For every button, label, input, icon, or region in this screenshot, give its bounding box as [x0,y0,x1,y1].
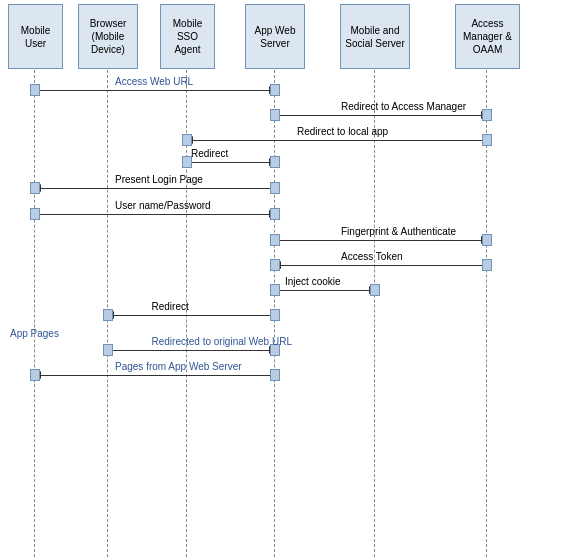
activation-msg6-0 [30,208,40,220]
activation-msg6-1 [270,208,280,220]
arrow-line-msg1 [40,90,270,91]
arrow-line-msg2 [280,115,482,116]
arrow-line-msg7 [280,240,482,241]
activation-msg2-0 [270,109,280,121]
arrow-label-msg8: Access Token [341,251,403,262]
arrow-label-msg13: Pages from App Web Server [115,361,242,372]
activation-msg4-1 [270,156,280,168]
arrow-label-msg10: Redirect [152,301,189,312]
arrow-label-msg9: Inject cookie [285,276,341,287]
activation-msg7-1 [482,234,492,246]
activation-msg12-0 [103,344,113,356]
activation-msg3-1 [182,134,192,146]
activation-msg10-1 [103,309,113,321]
arrow-line-msg3 [192,140,482,141]
arrow-label-msg1: Access Web URL [115,76,193,87]
arrow-line-msg8 [280,265,482,266]
arrow-line-msg5 [40,188,270,189]
arrow-label-msg7: Fingerprint & Authenticate [341,226,456,237]
actor-sso: MobileSSOAgent [160,4,215,69]
actor-mobile-social: Mobile andSocial Server [340,4,410,69]
sequence-diagram: MobileUserBrowser(MobileDevice)MobileSSO… [0,0,562,557]
activation-msg8-1 [270,259,280,271]
activation-msg10-0 [270,309,280,321]
arrow-label-msg11: App Pages [10,328,59,339]
arrow-label-msg5: Present Login Page [115,174,203,185]
activation-msg9-0 [270,284,280,296]
arrow-line-msg6 [40,214,270,215]
activation-msg1-0 [30,84,40,96]
arrow-line-msg4 [192,162,270,163]
lifeline-mobile-user [34,70,35,557]
arrow-line-msg10 [113,315,270,316]
activation-msg13-0 [270,369,280,381]
activation-msg9-1 [370,284,380,296]
lifeline-mobile-social [374,70,375,557]
activation-msg2-1 [482,109,492,121]
arrow-line-msg13 [40,375,270,376]
actor-mobile-user: MobileUser [8,4,63,69]
arrow-label-msg2: Redirect to Access Manager [341,101,466,112]
activation-msg3-0 [482,134,492,146]
arrow-label-msg12: Redirected to original Web URL [152,336,292,347]
arrow-label-msg3: Redirect to local app [297,126,388,137]
activation-msg5-0 [270,182,280,194]
activation-msg1-1 [270,84,280,96]
activation-msg7-0 [270,234,280,246]
actor-access-manager: AccessManager &OAAM [455,4,520,69]
actor-appweb: App WebServer [245,4,305,69]
activation-msg8-0 [482,259,492,271]
activation-msg13-1 [30,369,40,381]
arrow-line-msg12 [113,350,270,351]
arrow-label-msg6: User name/Password [115,200,211,211]
arrow-label-msg4: Redirect [191,148,228,159]
actor-browser: Browser(MobileDevice) [78,4,138,69]
arrow-line-msg9 [280,290,370,291]
activation-msg5-1 [30,182,40,194]
